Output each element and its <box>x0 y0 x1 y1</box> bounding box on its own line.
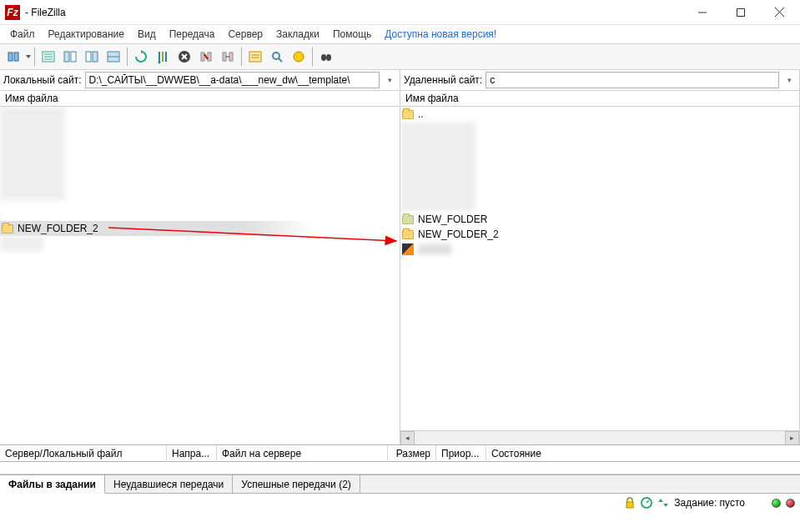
disconnect-button[interactable] <box>196 47 216 67</box>
path-row: Локальный сайт: ▾ Удаленный сайт: ▾ <box>0 70 800 91</box>
queue-status: Задание: пусто <box>674 497 745 509</box>
status-indicator-red <box>786 499 795 508</box>
binoculars-button[interactable] <box>316 47 336 67</box>
close-button[interactable] <box>760 0 798 25</box>
process-queue-button[interactable] <box>153 47 173 67</box>
local-file-list[interactable]: NEW_FOLDER_2 <box>0 107 400 444</box>
menu-transfer[interactable]: Передача <box>164 27 220 42</box>
svg-rect-41 <box>626 502 633 508</box>
svg-line-27 <box>204 54 208 59</box>
folder-icon <box>402 230 414 239</box>
svg-rect-31 <box>249 52 261 62</box>
lock-icon[interactable] <box>624 497 636 509</box>
tab-queued[interactable]: Файлы в задании <box>0 475 105 494</box>
list-item[interactable]: NEW_FOLDER_2 <box>400 227 799 242</box>
toggle-local-tree-button[interactable] <box>60 47 80 67</box>
svg-rect-14 <box>93 52 98 62</box>
local-header-filename[interactable]: Имя файла <box>0 91 400 107</box>
app-icon: Fz <box>5 5 20 20</box>
search-button[interactable] <box>267 47 287 67</box>
menu-bookmarks[interactable]: Закладки <box>271 27 325 42</box>
local-panel: Имя файла NEW_FOLDER_2 <box>0 91 400 444</box>
file-name <box>418 244 451 254</box>
remote-site-label: Удаленный сайт: <box>404 74 482 86</box>
list-item[interactable] <box>400 242 799 257</box>
statusbar: Задание: пусто <box>0 494 800 512</box>
file-icon <box>402 243 414 255</box>
cancel-button[interactable] <box>174 47 194 67</box>
toggle-remote-tree-button[interactable] <box>82 47 102 67</box>
svg-rect-29 <box>229 53 233 61</box>
menu-help[interactable]: Помощь <box>328 27 376 42</box>
menu-file[interactable]: Файл <box>5 27 40 42</box>
menu-server[interactable]: Сервер <box>223 27 268 42</box>
toolbar <box>0 43 800 70</box>
tab-success[interactable]: Успешные передачи (2) <box>233 475 360 493</box>
th-direction[interactable]: Напра... <box>167 445 217 462</box>
svg-rect-25 <box>201 53 204 61</box>
minimize-button[interactable] <box>683 0 722 25</box>
svg-marker-45 <box>663 504 668 507</box>
th-priority[interactable]: Приор... <box>436 445 486 462</box>
folder-icon <box>2 224 13 233</box>
transfer-icon <box>657 497 669 509</box>
menu-update[interactable]: Доступна новая версия! <box>380 27 501 42</box>
refresh-button[interactable] <box>131 47 151 67</box>
menu-edit[interactable]: Редактирование <box>43 27 129 42</box>
maximize-button[interactable] <box>722 0 760 25</box>
th-remote-file[interactable]: Файл на сервере <box>217 445 388 462</box>
list-item[interactable]: NEW_FOLDER_2 <box>0 221 313 236</box>
toggle-queue-button[interactable] <box>103 47 123 67</box>
svg-rect-26 <box>208 53 211 61</box>
remote-file-list[interactable]: .. NEW_FOLDER NEW_FOLDER_2 <box>400 107 799 430</box>
window-title: - FileZilla <box>25 7 66 18</box>
svg-rect-1 <box>737 8 745 16</box>
svg-rect-11 <box>64 52 69 62</box>
scroll-left-button[interactable]: ◂ <box>400 431 415 445</box>
chevron-down-icon[interactable]: ▾ <box>383 76 396 84</box>
tab-failed[interactable]: Неудавшиеся передачи <box>105 475 233 493</box>
status-indicator-green <box>772 499 781 508</box>
filter-button[interactable] <box>245 47 265 67</box>
svg-rect-4 <box>8 53 13 61</box>
file-name: NEW_FOLDER <box>418 213 487 225</box>
svg-rect-13 <box>86 52 91 62</box>
chevron-down-icon[interactable]: ▾ <box>782 76 796 84</box>
remote-path-input[interactable] <box>486 72 779 88</box>
horizontal-scrollbar[interactable]: ◂ ▸ <box>400 430 799 444</box>
svg-rect-28 <box>223 53 226 61</box>
svg-marker-6 <box>26 55 31 58</box>
local-site-label: Локальный сайт: <box>3 74 82 86</box>
svg-point-34 <box>273 53 279 59</box>
dropdown-icon[interactable] <box>25 49 32 64</box>
titlebar: Fz - FileZilla <box>0 0 800 25</box>
reconnect-button[interactable] <box>218 47 238 67</box>
remote-panel: Имя файла .. NEW_FOLDER NEW_FOLDER_2 <box>400 91 800 444</box>
svg-rect-12 <box>71 52 76 62</box>
scroll-right-button[interactable]: ▸ <box>785 431 799 445</box>
file-name: NEW_FOLDER_2 <box>418 228 499 240</box>
compare-button[interactable] <box>289 47 309 67</box>
local-path-input[interactable] <box>85 72 380 88</box>
folder-icon <box>402 215 414 224</box>
list-item[interactable]: .. <box>400 107 799 122</box>
toggle-log-button[interactable] <box>38 47 58 67</box>
th-server-file[interactable]: Сервер/Локальный файл <box>0 445 167 462</box>
remote-header-filename[interactable]: Имя файла <box>400 91 799 107</box>
queue-tabs: Файлы в задании Неудавшиеся передачи Усп… <box>0 474 800 494</box>
svg-point-37 <box>321 54 326 61</box>
th-state[interactable]: Состояние <box>486 445 800 462</box>
menu-view[interactable]: Вид <box>133 27 161 42</box>
svg-marker-44 <box>658 499 663 502</box>
transfer-queue-body[interactable] <box>0 462 800 474</box>
th-size[interactable]: Размер <box>388 445 436 462</box>
speed-limit-icon[interactable] <box>641 497 652 509</box>
svg-line-35 <box>279 58 282 62</box>
site-manager-button[interactable] <box>4 47 24 67</box>
svg-point-38 <box>326 54 331 61</box>
file-panels: Имя файла NEW_FOLDER_2 Имя файла .. <box>0 91 800 445</box>
menubar: Файл Редактирование Вид Передача Сервер … <box>0 25 800 43</box>
svg-point-36 <box>294 52 304 62</box>
list-item[interactable]: NEW_FOLDER <box>400 212 799 227</box>
transfer-queue-header: Сервер/Локальный файл Напра... Файл на с… <box>0 445 800 462</box>
